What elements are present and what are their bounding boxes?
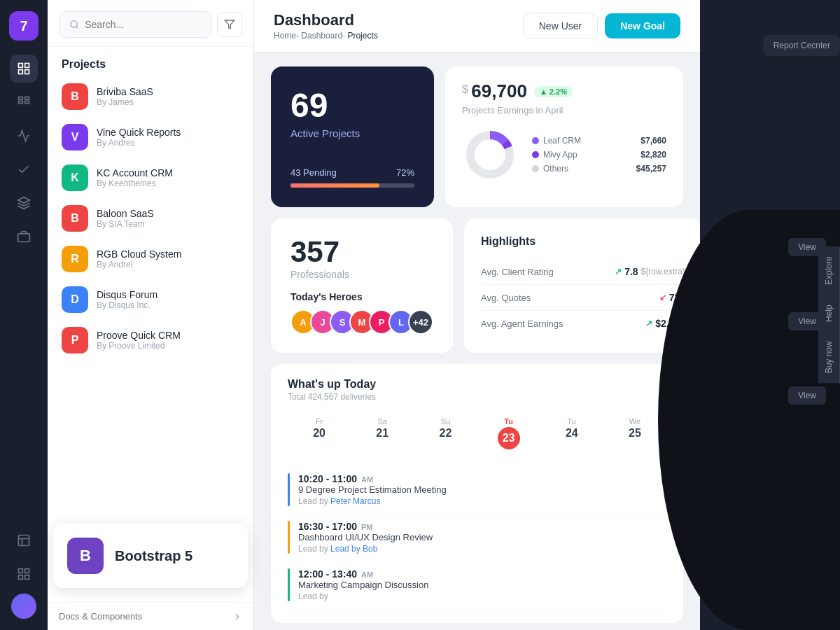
main-content: Dashboard Home- Dashboard- Projects New … — [254, 0, 700, 630]
nav-chart[interactable] — [10, 122, 38, 150]
cal-day-24[interactable]: Tu24 — [540, 412, 603, 455]
calendar-row: Fr20Sa21Su22Tu23Tu24We25 — [288, 412, 666, 455]
cal-day-25[interactable]: We25 — [603, 412, 666, 455]
nav-briefcase[interactable] — [10, 223, 38, 251]
day-name: Fr — [290, 417, 348, 426]
day-num: 20 — [290, 427, 348, 440]
donut-legend: Leaf CRM Mivy App Others — [532, 136, 581, 174]
legend-others-label: Others — [543, 164, 568, 174]
nav-dashboard[interactable] — [10, 55, 38, 83]
trend-up-icon: ↗ — [615, 267, 622, 276]
breadcrumb-projects: Projects — [347, 31, 377, 41]
filter-button[interactable] — [217, 12, 242, 37]
sidebar-item-briviba[interactable]: B Briviba SaaS By James — [53, 76, 248, 117]
trend-up-icon: ↗ — [645, 318, 652, 328]
report-center-button[interactable]: Report Cecnter — [764, 35, 840, 56]
project-name-disqus: Disqus Forum — [97, 289, 158, 300]
card-professionals: 357 Professionals Today's Heroes AJSMPL+… — [271, 218, 453, 353]
icon-bar: 7 — [0, 0, 48, 630]
day-num: 25 — [606, 427, 664, 440]
bootstrap-card[interactable]: B Bootstrap 5 — [53, 524, 248, 588]
view-button-3[interactable]: View — [788, 386, 826, 405]
project-info-rgb: RGB Cloud System By Andrei — [97, 248, 181, 270]
view-button-1[interactable]: View — [788, 238, 826, 256]
row-3: What's up Today Total 424,567 deliveries… — [271, 364, 683, 623]
svg-marker-16 — [225, 20, 234, 29]
project-by-rgb: By Andrei — [97, 260, 181, 270]
cal-day-21[interactable]: Sa21 — [351, 412, 414, 455]
val-leaf: $7,660 — [636, 136, 666, 146]
cal-day-22[interactable]: Su22 — [414, 412, 477, 455]
day-name: We — [606, 417, 664, 426]
card-schedule: What's up Today Total 424,567 deliveries… — [271, 364, 683, 623]
new-goal-button[interactable]: New Goal — [605, 13, 680, 38]
svg-rect-14 — [25, 575, 29, 580]
svg-marker-8 — [18, 197, 30, 203]
docs-row[interactable]: Docs & Components — [48, 602, 253, 630]
svg-rect-3 — [25, 70, 29, 74]
project-icon-kc: K — [62, 164, 88, 191]
event-lead-link[interactable]: Lead by Bob — [330, 544, 377, 554]
nav-apps[interactable] — [10, 560, 38, 588]
legend-mivy-label: Mivy App — [543, 150, 578, 160]
user-number-avatar[interactable]: 7 — [9, 11, 38, 41]
bootstrap-label: Bootstrap 5 — [115, 548, 192, 564]
filter-icon — [224, 19, 235, 30]
search-box — [59, 11, 211, 38]
header-actions: New User New Goal — [523, 13, 680, 39]
event-lead: Lead by — [298, 592, 428, 601]
nav-grid[interactable] — [10, 88, 38, 116]
view-button-2[interactable]: View — [788, 312, 826, 330]
sidebar-item-rgb[interactable]: R RGB Cloud System By Andrei — [53, 239, 248, 279]
svg-rect-13 — [19, 575, 23, 580]
sidebar-item-vine[interactable]: V Vine Quick Reports By Andres — [53, 117, 248, 158]
project-name-proove: Proove Quick CRM — [97, 330, 181, 341]
legend-mivy: Mivy App — [532, 150, 581, 160]
avatars-row: AJSMPL+42 — [290, 309, 433, 335]
sidebar-item-disqus[interactable]: D Disqus Forum By Disqus Inc. — [53, 279, 248, 320]
project-by-briviba: By James — [97, 97, 153, 107]
bootstrap-icon: B — [67, 538, 104, 574]
event-ampm: AM — [361, 475, 373, 484]
pending-percent: 72% — [396, 167, 414, 178]
event-lead-link[interactable]: Peter Marcus — [330, 496, 380, 506]
professionals-count: 357 — [290, 235, 433, 269]
event-item: 10:20 - 11:00 AM 9 Degree Project Estima… — [288, 466, 666, 514]
earnings-badge: ▲ 2.2% — [534, 86, 573, 97]
legend-values: $7,660 $2,820 $45,257 — [636, 136, 666, 174]
sidebar-item-proove[interactable]: P Proove Quick CRM By Proove Limited — [53, 320, 248, 360]
project-icon-proove: P — [62, 327, 88, 354]
nav-check[interactable] — [10, 155, 38, 183]
nav-layout[interactable] — [10, 526, 38, 554]
search-input[interactable] — [85, 19, 201, 30]
row-1: 69 Active Projects 43 Pending 72% $ 69,7… — [271, 66, 683, 207]
user-avatar[interactable] — [11, 594, 36, 619]
sidebar: Projects B Briviba SaaS By James V Vine … — [48, 0, 254, 630]
sidebar-item-baloon[interactable]: B Baloon SaaS By SIA Team — [53, 198, 248, 239]
svg-rect-7 — [25, 101, 29, 103]
event-ampm: PM — [361, 523, 373, 531]
legend-dot-mivy — [532, 151, 539, 158]
legend-others: Others — [532, 164, 581, 174]
new-user-button[interactable]: New User — [523, 13, 598, 39]
project-icon-baloon: B — [62, 205, 88, 232]
chevron-right-icon — [232, 612, 242, 622]
svg-rect-1 — [25, 64, 29, 68]
cal-day-23[interactable]: Tu23 — [477, 412, 540, 455]
sidebar-item-kc[interactable]: K KC Account CRM By Keenthemes — [53, 158, 248, 198]
event-line — [288, 521, 290, 554]
events-list: 10:20 - 11:00 AM 9 Degree Project Estima… — [288, 466, 666, 609]
event-lead: Lead by Peter Marcus — [298, 496, 447, 506]
highlight-row: Avg. Quotes ↙ 730 — [481, 285, 685, 311]
project-info-briviba: Briviba SaaS By James — [97, 86, 153, 107]
event-line — [288, 568, 290, 601]
breadcrumb-home: Home- — [274, 31, 299, 41]
cal-day-20[interactable]: Fr20 — [288, 412, 351, 455]
project-info-disqus: Disqus Forum By Disqus Inc. — [97, 289, 158, 310]
legend-dot-leaf — [532, 137, 539, 144]
breadcrumb: Home- Dashboard- Projects — [274, 31, 378, 41]
event-content: 12:00 - 13:40 AM Marketing Campaign Disc… — [298, 568, 428, 601]
day-name: Tu — [480, 417, 538, 426]
nav-layers[interactable] — [10, 189, 38, 217]
card-highlights: Highlights Avg. Client Rating ↗ 7.8 ${ro… — [464, 218, 700, 353]
